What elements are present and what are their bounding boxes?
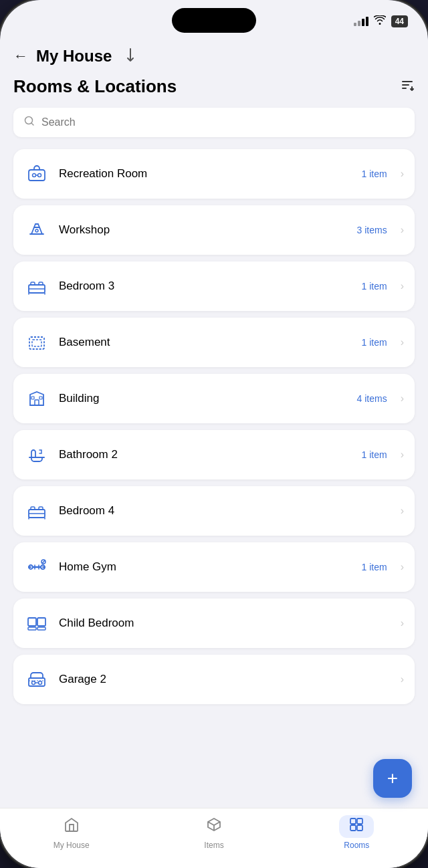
room-list: Recreation Room 1 item › Workshop 3 item… bbox=[13, 149, 415, 704]
search-bar[interactable] bbox=[13, 108, 415, 137]
chevron-right-icon: › bbox=[401, 168, 404, 180]
room-name: Bedroom 3 bbox=[59, 280, 352, 293]
room-icon-child bbox=[24, 611, 49, 636]
dynamic-island bbox=[172, 8, 256, 33]
room-item-building[interactable]: Building 4 items › bbox=[13, 374, 415, 423]
chevron-right-icon: › bbox=[401, 393, 404, 405]
svg-rect-19 bbox=[28, 618, 36, 626]
room-count: 1 item bbox=[362, 449, 387, 460]
back-button[interactable]: ← bbox=[13, 47, 28, 65]
house-sort-icon[interactable] bbox=[124, 47, 137, 66]
svg-rect-28 bbox=[350, 825, 356, 831]
svg-point-3 bbox=[38, 174, 41, 177]
svg-rect-29 bbox=[357, 825, 362, 831]
room-name: Workshop bbox=[59, 223, 348, 237]
add-room-button[interactable]: + bbox=[373, 759, 412, 798]
room-name: Child Bedroom bbox=[59, 617, 391, 630]
room-icon-recreation bbox=[24, 161, 49, 187]
room-count: 3 items bbox=[357, 225, 387, 235]
room-count: 1 item bbox=[362, 562, 387, 572]
svg-rect-9 bbox=[32, 340, 41, 346]
room-count: 1 item bbox=[362, 169, 387, 179]
phone-screen: 44 ← My House Rooms & Locations bbox=[0, 0, 428, 868]
room-icon-building bbox=[24, 386, 49, 411]
svg-rect-12 bbox=[39, 397, 42, 399]
add-icon: + bbox=[387, 769, 398, 788]
page-title-row: Rooms & Locations bbox=[13, 74, 415, 108]
box-icon bbox=[206, 817, 222, 837]
room-name: Bedroom 4 bbox=[59, 504, 391, 518]
room-name: Bathroom 2 bbox=[59, 448, 352, 461]
room-item-workshop[interactable]: Workshop 3 items › bbox=[13, 205, 415, 255]
room-count: 1 item bbox=[362, 281, 387, 292]
room-name: Garage 2 bbox=[59, 673, 391, 686]
nav-rooms-label: Rooms bbox=[344, 841, 369, 850]
room-count: 4 items bbox=[357, 393, 387, 404]
main-content: ← My House Rooms & Locations bbox=[0, 36, 428, 808]
sort-button[interactable] bbox=[400, 78, 415, 96]
svg-point-25 bbox=[39, 681, 42, 685]
nav-myhouse[interactable]: My House bbox=[45, 815, 98, 850]
room-item-child-bedroom[interactable]: Child Bedroom › bbox=[13, 599, 415, 648]
nav-items[interactable]: Items bbox=[187, 815, 241, 850]
home-icon bbox=[64, 817, 80, 837]
search-icon bbox=[24, 116, 35, 129]
svg-rect-21 bbox=[28, 627, 36, 630]
svg-rect-20 bbox=[37, 618, 45, 626]
room-item-basement[interactable]: Basement 1 item › bbox=[13, 318, 415, 367]
room-count: 1 item bbox=[362, 337, 387, 348]
chevron-right-icon: › bbox=[401, 505, 404, 517]
svg-rect-10 bbox=[35, 400, 39, 405]
svg-point-2 bbox=[33, 174, 36, 177]
chevron-right-icon: › bbox=[401, 449, 404, 461]
svg-rect-11 bbox=[31, 397, 34, 399]
room-icon-gym bbox=[24, 554, 49, 580]
room-item-bedroom-4[interactable]: Bedroom 4 › bbox=[13, 486, 415, 536]
svg-rect-7 bbox=[39, 282, 43, 285]
page-title: Rooms & Locations bbox=[13, 76, 177, 97]
rooms-icon bbox=[348, 817, 364, 837]
svg-rect-6 bbox=[31, 282, 35, 285]
svg-rect-14 bbox=[31, 507, 35, 510]
svg-point-4 bbox=[35, 229, 38, 232]
room-icon-bedroom bbox=[24, 274, 49, 299]
signal-icon bbox=[354, 17, 368, 26]
svg-rect-27 bbox=[357, 819, 362, 824]
room-item-home-gym[interactable]: Home Gym 1 item › bbox=[13, 542, 415, 592]
room-name: Building bbox=[59, 392, 348, 405]
status-icons: 44 bbox=[354, 15, 408, 27]
room-icon-basement bbox=[24, 330, 49, 355]
phone-frame: 44 ← My House Rooms & Locations bbox=[0, 0, 428, 868]
chevron-right-icon: › bbox=[401, 336, 404, 348]
room-name: Recreation Room bbox=[59, 167, 352, 181]
room-icon-workshop bbox=[24, 217, 49, 243]
room-name: Home Gym bbox=[59, 560, 352, 574]
chevron-right-icon: › bbox=[401, 617, 404, 629]
room-icon-bathroom bbox=[24, 442, 49, 467]
room-item-bedroom-3[interactable]: Bedroom 3 1 item › bbox=[13, 261, 415, 311]
room-item-bathroom-2[interactable]: Bathroom 2 1 item › bbox=[13, 430, 415, 479]
chevron-right-icon: › bbox=[401, 280, 404, 292]
nav-rooms[interactable]: Rooms bbox=[330, 815, 383, 850]
search-input[interactable] bbox=[41, 116, 404, 128]
chevron-right-icon: › bbox=[401, 561, 404, 573]
room-icon-bedroom bbox=[24, 498, 49, 524]
room-item-garage-2[interactable]: Garage 2 › bbox=[13, 655, 415, 704]
room-item-recreation-room[interactable]: Recreation Room 1 item › bbox=[13, 149, 415, 199]
svg-point-24 bbox=[32, 681, 35, 685]
header: ← My House bbox=[13, 36, 415, 74]
svg-rect-15 bbox=[39, 507, 43, 510]
bottom-nav: My House Items bbox=[0, 808, 428, 868]
battery-icon: 44 bbox=[391, 15, 408, 27]
nav-myhouse-label: My House bbox=[54, 841, 90, 850]
house-title: My House bbox=[36, 47, 112, 66]
chevron-right-icon: › bbox=[401, 224, 404, 236]
room-name: Basement bbox=[59, 336, 352, 349]
svg-rect-22 bbox=[37, 627, 45, 630]
chevron-right-icon: › bbox=[401, 673, 404, 685]
room-icon-garage bbox=[24, 667, 49, 692]
svg-rect-23 bbox=[29, 678, 45, 686]
nav-items-label: Items bbox=[204, 841, 223, 850]
svg-rect-26 bbox=[350, 819, 356, 824]
wifi-icon bbox=[374, 15, 386, 27]
